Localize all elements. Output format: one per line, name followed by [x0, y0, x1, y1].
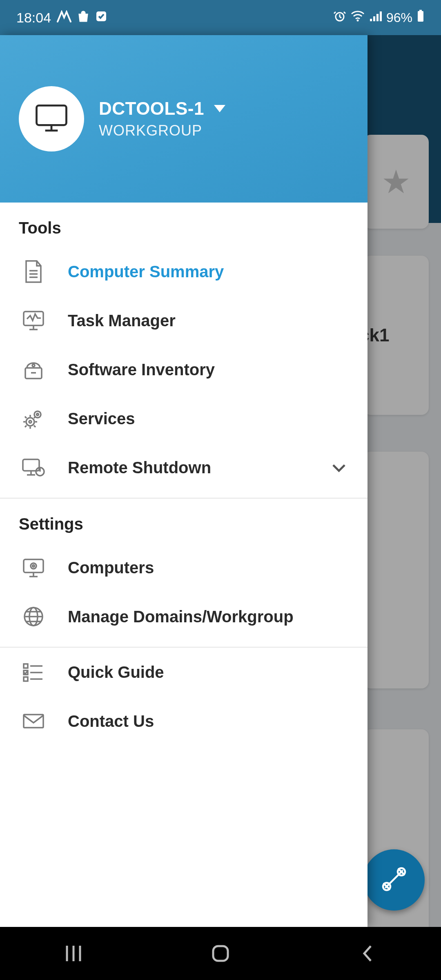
tools-fab[interactable]	[363, 849, 425, 911]
system-nav-bar	[0, 927, 441, 980]
disk-icon	[19, 355, 48, 384]
monitor-power-icon	[19, 453, 48, 482]
bag-icon	[77, 10, 89, 26]
svg-point-24	[29, 421, 31, 423]
monitor-gear-icon	[19, 553, 48, 582]
gears-icon	[19, 404, 48, 433]
svg-rect-5	[376, 14, 379, 21]
chevron-down-icon[interactable]	[214, 105, 225, 112]
nav-item-computer-summary[interactable]: Computer Summary	[0, 247, 368, 296]
nav-item-label: Manage Domains/Workgroup	[68, 608, 294, 626]
globe-icon	[19, 602, 48, 631]
nav-item-label: Services	[68, 410, 135, 428]
navigation-drawer: DCTOOLS-1 WORKGROUP Tools Computer Summa…	[0, 35, 368, 927]
nav-item-label: Computer Summary	[68, 263, 224, 281]
list-card[interactable]: ck1	[363, 256, 429, 415]
svg-rect-11	[37, 105, 67, 125]
signal-icon	[369, 10, 382, 25]
nav-item-label: Remote Shutdown	[68, 459, 211, 477]
list-card[interactable]	[363, 452, 429, 688]
nav-item-label: Computers	[68, 559, 154, 577]
section-tools-title: Tools	[0, 203, 368, 247]
app-indicator-icon	[57, 10, 71, 26]
nav-item-manage-domains[interactable]: Manage Domains/Workgroup	[0, 592, 368, 641]
svg-rect-4	[373, 16, 375, 21]
star-icon: ★	[381, 163, 411, 201]
favorite-card[interactable]: ★	[363, 135, 429, 229]
svg-rect-6	[380, 11, 382, 21]
nav-item-contact-us[interactable]: Contact Us	[0, 697, 368, 746]
svg-point-35	[31, 563, 36, 569]
nav-home-button[interactable]	[204, 941, 237, 966]
svg-point-20	[32, 364, 35, 367]
monitor-activity-icon	[19, 306, 48, 335]
svg-rect-32	[24, 559, 43, 572]
drawer-subtitle: WORKGROUP	[99, 122, 225, 139]
alarm-icon	[333, 9, 346, 26]
svg-rect-8	[419, 10, 422, 11]
status-time: 18:04	[16, 10, 51, 26]
svg-point-36	[33, 565, 35, 567]
svg-point-2	[356, 20, 359, 22]
svg-rect-3	[370, 19, 372, 21]
nav-item-label: Contact Us	[68, 712, 154, 731]
nav-item-label: Quick Guide	[68, 663, 164, 682]
computer-avatar	[19, 86, 84, 151]
nav-item-software-inventory[interactable]: Software Inventory	[0, 345, 368, 394]
battery-icon	[416, 9, 425, 26]
nav-item-services[interactable]: Services	[0, 394, 368, 443]
nav-recents-button[interactable]	[57, 941, 90, 966]
nav-item-label: Task Manager	[68, 312, 176, 330]
nav-back-button[interactable]	[351, 941, 384, 966]
nav-item-computers[interactable]: Computers	[0, 543, 368, 592]
status-battery-text: 96%	[386, 10, 412, 25]
drawer-title: DCTOOLS-1	[99, 98, 204, 119]
wrench-icon	[379, 864, 409, 895]
nav-item-remote-shutdown[interactable]: Remote Shutdown	[0, 443, 368, 492]
svg-rect-42	[24, 664, 28, 668]
svg-rect-52	[213, 946, 228, 961]
document-icon	[19, 257, 48, 286]
drawer-header[interactable]: DCTOOLS-1 WORKGROUP	[0, 35, 368, 203]
svg-point-23	[26, 418, 34, 426]
mail-icon	[19, 706, 48, 736]
svg-point-26	[37, 414, 39, 416]
monitor-icon	[32, 98, 71, 139]
nav-item-task-manager[interactable]: Task Manager	[0, 296, 368, 345]
svg-rect-7	[418, 11, 423, 22]
chevron-down-icon	[329, 458, 349, 477]
status-bar: 18:04 96%	[0, 0, 441, 35]
nav-item-quick-guide[interactable]: Quick Guide	[0, 648, 368, 697]
svg-rect-44	[24, 677, 28, 681]
nav-item-label: Software Inventory	[68, 361, 215, 379]
svg-rect-48	[24, 715, 43, 728]
wifi-icon	[350, 10, 365, 25]
section-settings-title: Settings	[0, 499, 368, 543]
checklist-icon	[19, 657, 48, 687]
check-badge-icon	[95, 10, 107, 26]
